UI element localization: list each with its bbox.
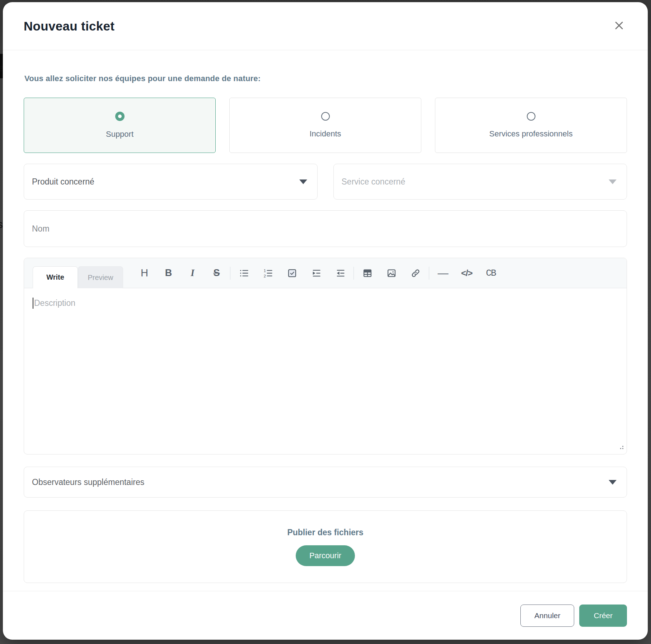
- name-input[interactable]: Nom: [24, 210, 627, 247]
- product-select-value: Produit concerné: [32, 177, 94, 187]
- service-select[interactable]: Service concerné: [333, 164, 627, 200]
- ordered-list-icon[interactable]: 1 2: [256, 258, 280, 288]
- nature-options: Support Incidents Services professionnel…: [24, 98, 627, 153]
- nature-option-label: Services professionnels: [489, 129, 572, 139]
- link-icon[interactable]: [403, 258, 427, 288]
- service-select-placeholder: Service concerné: [342, 177, 406, 187]
- nature-option-label: Incidents: [309, 129, 341, 139]
- modal-body: Vous allez soliciter nos équipes pour un…: [3, 50, 648, 591]
- close-icon: [613, 19, 625, 33]
- svg-text:2: 2: [263, 274, 266, 278]
- name-input-placeholder: Nom: [32, 224, 50, 234]
- select-row: Produit concerné Service concerné: [24, 164, 627, 200]
- editor-tools: H B I S 1 2: [132, 258, 503, 288]
- description-placeholder: Description: [34, 298, 75, 308]
- nature-question-label: Vous allez soliciter nos équipes pour un…: [24, 74, 627, 83]
- cancel-button[interactable]: Annuler: [520, 605, 574, 627]
- editor-toolbar: Write Preview H B I S: [24, 258, 627, 288]
- resize-grip-icon[interactable]: [618, 445, 624, 452]
- radio-unselected-icon[interactable]: [321, 112, 330, 121]
- radio-unselected-icon[interactable]: [527, 112, 535, 121]
- heading-icon[interactable]: H: [132, 258, 156, 288]
- italic-icon[interactable]: I: [181, 258, 205, 288]
- tab-write[interactable]: Write: [33, 266, 78, 288]
- indent-icon[interactable]: [304, 258, 328, 288]
- toolbar-divider: [353, 267, 354, 280]
- product-select[interactable]: Produit concerné: [24, 164, 318, 200]
- new-ticket-modal: Nouveau ticket Vous allez soliciter nos …: [3, 2, 648, 640]
- radio-selected-icon[interactable]: [115, 112, 125, 121]
- nature-option-label: Support: [106, 130, 134, 139]
- chevron-down-icon: [299, 179, 307, 184]
- observers-select-placeholder: Observateurs supplémentaires: [32, 477, 144, 487]
- svg-text:1: 1: [263, 268, 266, 272]
- horizontal-rule-icon[interactable]: —: [431, 258, 455, 288]
- chevron-down-icon: [609, 179, 617, 184]
- upload-label: Publier des fichiers: [287, 528, 363, 537]
- modal-header: Nouveau ticket: [3, 2, 648, 50]
- bold-icon[interactable]: B: [156, 258, 181, 288]
- nature-option-services-professionnels[interactable]: Services professionnels: [435, 98, 627, 153]
- modal-footer: Annuler Créer: [3, 591, 648, 640]
- browse-button[interactable]: Parcourir: [296, 545, 355, 566]
- toolbar-divider: [429, 267, 429, 280]
- strikethrough-icon[interactable]: S: [205, 258, 229, 288]
- task-list-icon[interactable]: [280, 258, 304, 288]
- file-upload-dropzone[interactable]: Publier des fichiers Parcourir: [24, 510, 627, 583]
- table-icon[interactable]: [355, 258, 379, 288]
- background-text-fragment: s: [0, 218, 3, 230]
- code-block-icon[interactable]: CB: [479, 258, 503, 288]
- bullet-list-icon[interactable]: [232, 258, 256, 288]
- create-button[interactable]: Créer: [579, 605, 627, 627]
- nature-option-incidents[interactable]: Incidents: [229, 98, 421, 153]
- code-icon[interactable]: </>: [455, 258, 479, 288]
- toolbar-divider: [230, 267, 230, 280]
- observers-select[interactable]: Observateurs supplémentaires: [24, 467, 627, 498]
- close-button[interactable]: [610, 18, 628, 35]
- modal-title: Nouveau ticket: [24, 19, 114, 33]
- text-cursor: [33, 298, 33, 309]
- image-icon[interactable]: [379, 258, 403, 288]
- editor-tabs: Write Preview: [33, 266, 123, 288]
- tab-preview[interactable]: Preview: [78, 266, 123, 288]
- chevron-down-icon: [609, 480, 617, 485]
- outdent-icon[interactable]: [328, 258, 352, 288]
- nature-option-support[interactable]: Support: [24, 98, 216, 153]
- markdown-editor: Write Preview H B I S: [24, 258, 627, 454]
- description-textarea[interactable]: Description: [24, 288, 627, 454]
